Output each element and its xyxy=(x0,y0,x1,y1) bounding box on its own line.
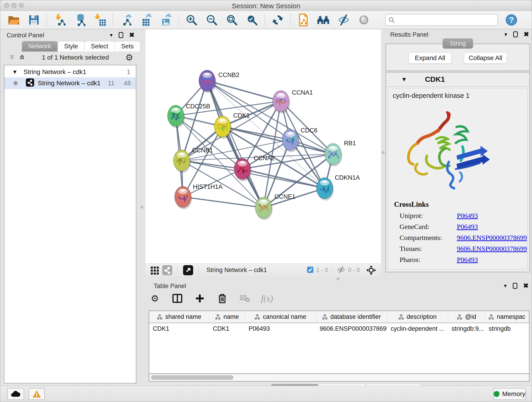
panel-menu-icon[interactable]: ▾ xyxy=(110,32,113,38)
node-label: CCNE1 xyxy=(274,193,296,200)
crosslink-compartments-link[interactable]: 9606.ENSP00000378699 xyxy=(457,234,527,242)
title-bar: Session: New Session xyxy=(0,0,532,11)
column-header-shared-name[interactable]: shared name xyxy=(149,311,209,323)
birds-eye-view-icon[interactable] xyxy=(182,264,194,276)
network-overview-icon[interactable] xyxy=(161,264,173,276)
node-label: CDC6 xyxy=(301,127,317,134)
crosslink-pharos-link[interactable]: P06493 xyxy=(457,256,478,264)
collection-expand-icon[interactable]: ▼ xyxy=(12,69,18,75)
zoom-in-icon[interactable] xyxy=(185,13,198,27)
panel-menu-icon[interactable]: ▾ xyxy=(504,32,507,37)
column-header-name[interactable]: name xyxy=(209,311,245,323)
collapse-all-icon[interactable] xyxy=(8,54,15,61)
delete-columns-icon[interactable] xyxy=(216,292,228,305)
close-panel-icon[interactable]: ✖ xyxy=(129,32,134,38)
show-all-hidden-icon[interactable] xyxy=(357,13,370,27)
network-canvas-svg: CCNB2CCNA1CDC25BCDK1CDC6RB1CCNB1CCNA2CDK… xyxy=(146,29,381,263)
expand-all-icon[interactable] xyxy=(19,54,25,61)
crosslink-label: GeneCard: xyxy=(399,223,457,230)
results-panel-title: Results Panel xyxy=(390,31,428,38)
crosslink-genecard-link[interactable]: P06493 xyxy=(457,223,478,230)
cloud-status-button[interactable] xyxy=(7,388,24,400)
collapse-all-button[interactable]: Collapse All xyxy=(464,52,507,64)
crosslink-tissues-link[interactable]: 9606.ENSP00000378699 xyxy=(457,245,527,253)
network-row-selected[interactable]: String Network – cdk1 11 48 xyxy=(4,77,136,89)
create-column-icon[interactable] xyxy=(194,292,206,305)
zoom-out-icon[interactable] xyxy=(205,13,218,27)
import-table-from-file-icon[interactable] xyxy=(93,13,107,27)
cell-id[interactable]: stringdb:9... xyxy=(448,323,485,334)
panel-menu-icon[interactable]: ▾ xyxy=(504,283,507,288)
table-options-gear-icon[interactable]: ⚙ xyxy=(149,292,161,305)
bottom-splitter-handle[interactable] xyxy=(336,277,340,280)
crosslink-uniprot-link[interactable]: P06493 xyxy=(457,212,478,220)
left-splitter-handle[interactable] xyxy=(140,206,143,209)
export-table-icon[interactable] xyxy=(139,13,152,27)
hidden-eye-icon[interactable] xyxy=(336,266,346,275)
column-header-description[interactable]: description xyxy=(387,311,448,323)
zoom-fit-icon[interactable] xyxy=(225,13,239,27)
column-header-namespace[interactable]: namespac xyxy=(485,311,529,323)
node-label: CCNA1 xyxy=(292,89,313,96)
cell-name[interactable]: CDK1 xyxy=(209,323,245,334)
float-panel-icon[interactable] xyxy=(119,32,123,38)
float-panel-icon[interactable] xyxy=(513,283,517,289)
selected-checkbox-icon[interactable] xyxy=(307,266,314,274)
cell-description[interactable]: cyclin-dependent ... xyxy=(387,323,448,334)
zoom-selected-icon[interactable] xyxy=(245,13,259,27)
cell-namespace[interactable]: stringdb xyxy=(485,323,529,334)
network-collection-row[interactable]: ▼ String Network – cdk1 1 xyxy=(4,67,136,77)
cloud-icon xyxy=(11,390,21,398)
footer-divider xyxy=(177,265,178,275)
tab-sets[interactable]: Sets xyxy=(114,41,140,51)
network-view[interactable]: CCNB2CCNA1CDC25BCDK1CDC6RB1CCNB1CCNA2CDK… xyxy=(146,29,381,263)
cell-shared-name[interactable]: CDK1 xyxy=(149,323,209,334)
tab-network[interactable]: Network xyxy=(22,41,58,51)
network-options-gear-icon[interactable]: ⚙ xyxy=(125,53,133,62)
close-panel-icon[interactable]: ✖ xyxy=(524,31,529,38)
tab-select[interactable]: Select xyxy=(84,41,115,51)
control-panel-title: Control Panel xyxy=(7,32,44,39)
table-row[interactable]: CDK1 CDK1 P06493 9606.ENSP00000378699 cy… xyxy=(149,323,529,334)
toolbar-search xyxy=(385,14,498,26)
import-network-from-file-icon[interactable] xyxy=(53,13,66,27)
network-status-dot xyxy=(13,81,18,85)
import-network-from-database-icon[interactable] xyxy=(73,13,86,27)
scrollbar-thumb[interactable] xyxy=(151,375,234,380)
export-network-icon[interactable] xyxy=(119,13,132,27)
float-panel-icon[interactable] xyxy=(513,32,518,37)
toolbar-divider xyxy=(178,14,179,26)
new-network-from-selection-icon[interactable] xyxy=(297,13,310,27)
hide-selected-icon[interactable] xyxy=(337,13,350,27)
node-count: 11 xyxy=(108,80,114,87)
search-input[interactable] xyxy=(385,14,498,26)
table-horizontal-scrollbar[interactable] xyxy=(149,374,530,382)
help-icon[interactable]: ? xyxy=(505,13,518,27)
apply-layout-icon[interactable] xyxy=(271,13,284,27)
column-header-canonical-name[interactable]: canonical name xyxy=(245,311,316,323)
gene-details: cyclin-dependent kinase 1 xyxy=(388,88,528,269)
tab-string[interactable]: String xyxy=(443,38,473,49)
gene-header-row[interactable]: ▼ CDK1 xyxy=(386,72,530,87)
control-panel-tabs: Network Style Select Sets xyxy=(22,41,140,51)
toolbar-divider xyxy=(290,14,291,26)
expand-all-button[interactable]: Expand All xyxy=(409,52,452,64)
column-header-database-identifier[interactable]: database identifier xyxy=(316,311,387,323)
cell-canonical-name[interactable]: P06493 xyxy=(245,323,316,334)
warnings-button[interactable] xyxy=(29,388,45,400)
first-neighbors-icon[interactable] xyxy=(317,13,330,27)
show-columns-icon[interactable] xyxy=(171,292,184,305)
open-session-icon[interactable] xyxy=(7,13,20,27)
export-image-icon[interactable] xyxy=(159,13,172,27)
cell-database-identifier[interactable]: 9606.ENSP00000378699 xyxy=(316,323,387,334)
column-header-id[interactable]: @id xyxy=(448,311,485,323)
node-table: shared name name canonical name database… xyxy=(149,311,530,374)
fit-selected-crosshair-icon[interactable] xyxy=(365,264,377,276)
gene-collapse-icon[interactable]: ▼ xyxy=(401,76,407,83)
save-session-icon[interactable] xyxy=(27,13,41,27)
tab-style[interactable]: Style xyxy=(57,41,85,51)
grid-view-icon[interactable] xyxy=(149,264,161,276)
memory-button[interactable]: Memory xyxy=(493,388,526,400)
footer-divider xyxy=(198,265,199,275)
close-panel-icon[interactable]: ✖ xyxy=(523,283,529,289)
